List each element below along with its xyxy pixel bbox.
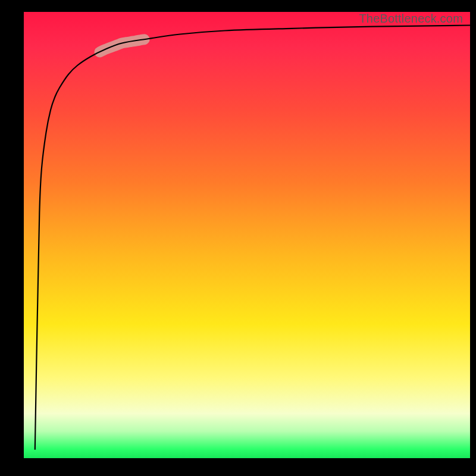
plot-area: TheBottleneck.com	[24, 12, 470, 458]
curve-highlight	[100, 39, 145, 52]
curve-layer	[24, 12, 470, 458]
curve-main	[35, 26, 470, 450]
chart-frame: TheBottleneck.com	[0, 0, 476, 476]
